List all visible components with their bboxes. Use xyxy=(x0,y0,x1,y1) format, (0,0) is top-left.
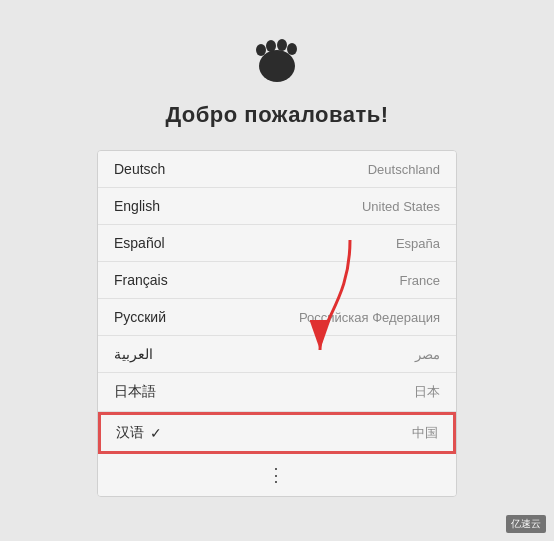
lang-region-japanese: 日本 xyxy=(414,383,440,401)
language-list-container: Deutsch Deutschland English United State… xyxy=(97,150,457,497)
lang-name-deutsch: Deutsch xyxy=(114,161,165,177)
svg-point-0 xyxy=(259,50,295,82)
lang-region-deutsch: Deutschland xyxy=(368,162,440,177)
lang-name-francais: Français xyxy=(114,272,168,288)
checkmark-icon: ✓ xyxy=(150,425,162,441)
lang-name-arabic: العربية xyxy=(114,346,153,362)
lang-name-chinese: 汉语 ✓ xyxy=(116,424,162,442)
language-row-english[interactable]: English United States xyxy=(98,188,456,225)
more-dots-icon: ⋮ xyxy=(267,464,288,486)
language-row-chinese[interactable]: 汉语 ✓ 中国 xyxy=(98,412,456,454)
lang-region-english: United States xyxy=(362,199,440,214)
lang-region-espanol: España xyxy=(396,236,440,251)
svg-point-4 xyxy=(287,43,297,55)
lang-name-english: English xyxy=(114,198,160,214)
gnome-logo xyxy=(247,28,307,88)
lang-region-arabic: مصر xyxy=(415,347,440,362)
svg-point-1 xyxy=(256,44,266,56)
language-row-russian[interactable]: Русский Российская Федерация xyxy=(98,299,456,336)
lang-name-russian: Русский xyxy=(114,309,166,325)
language-row-francais[interactable]: Français France xyxy=(98,262,456,299)
lang-name-japanese: 日本語 xyxy=(114,383,156,401)
watermark: 亿速云 xyxy=(506,515,546,533)
more-row[interactable]: ⋮ xyxy=(98,454,456,496)
lang-region-chinese: 中国 xyxy=(412,424,438,442)
welcome-title: Добро пожаловать! xyxy=(165,102,388,128)
svg-point-2 xyxy=(266,40,276,52)
language-row-deutsch[interactable]: Deutsch Deutschland xyxy=(98,151,456,188)
language-row-japanese[interactable]: 日本語 日本 xyxy=(98,373,456,412)
lang-name-espanol: Español xyxy=(114,235,165,251)
svg-point-3 xyxy=(277,39,287,51)
language-row-arabic[interactable]: العربية مصر xyxy=(98,336,456,373)
lang-region-russian: Российская Федерация xyxy=(299,310,440,325)
language-row-espanol[interactable]: Español España xyxy=(98,225,456,262)
lang-region-francais: France xyxy=(400,273,440,288)
